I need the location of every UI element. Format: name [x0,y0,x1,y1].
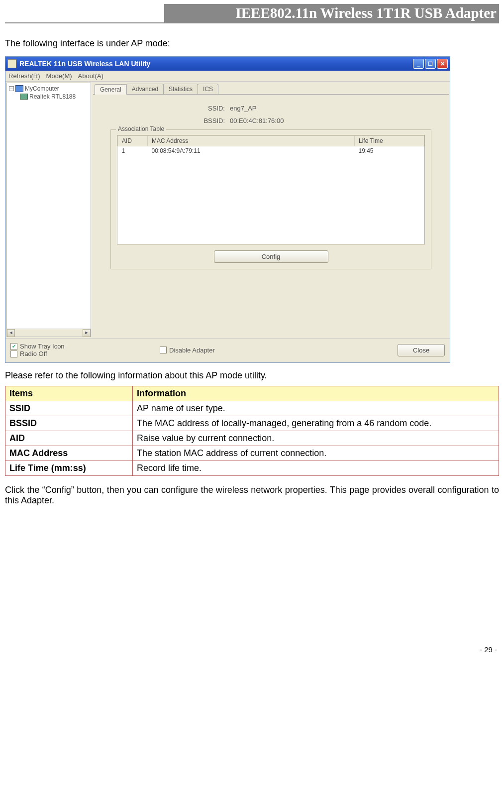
col-mac[interactable]: MAC Address [148,136,355,146]
menu-mode[interactable]: Mode(M) [46,72,72,80]
radio-off-label: Radio Off [20,350,47,357]
bssid-label: BSSID: [105,117,225,124]
tab-advanced[interactable]: Advanced [126,84,164,94]
tree-child[interactable]: Realtek RTL8188 [20,93,89,100]
table-row: BSSID The MAC address of locally-managed… [5,416,499,431]
info-item: Life Time (mm:ss) [5,461,133,476]
association-table: AID MAC Address Life Time 1 00:08:54:9A:… [117,135,425,244]
info-item: SSID [5,401,133,416]
disable-adapter-label: Disable Adapter [169,347,215,354]
close-window-button[interactable]: ✕ [437,59,448,69]
tab-statistics[interactable]: Statistics [163,84,198,94]
table-row: SSID AP name of user type. [5,401,499,416]
tab-general[interactable]: General [95,84,127,95]
menu-about[interactable]: About(A) [78,72,103,80]
col-life[interactable]: Life Time [355,136,424,146]
disable-adapter-checkbox[interactable]: Disable Adapter [160,347,393,354]
scroll-left-icon[interactable]: ◄ [7,329,15,337]
tree-collapse-icon[interactable]: – [9,86,14,91]
tree-child-label: Realtek RTL8188 [29,93,76,100]
info-item: MAC Address [5,446,133,461]
info-intro: Please refer to the following informatio… [5,370,499,381]
header-rule [5,22,499,23]
config-button[interactable]: Config [214,250,328,263]
checkbox-icon [10,350,17,357]
col-aid[interactable]: AID [118,136,148,146]
show-tray-label: Show Tray Icon [20,343,65,350]
checkbox-checked-icon: ✔ [10,343,17,350]
close-button[interactable]: Close [398,344,445,356]
tree-pane: – MyComputer Realtek RTL8188 ◄ ► [6,83,91,337]
show-tray-checkbox[interactable]: ✔ Show Tray Icon [10,343,155,350]
info-item: BSSID [5,416,133,431]
info-head-information: Information [133,386,499,401]
page-number: - 29 - [5,645,499,654]
info-desc: The MAC address of locally-managed, gene… [133,416,499,431]
table-row: MAC Address The station MAC address of c… [5,446,499,461]
table-row: AID Raise value by current connection. [5,431,499,446]
tab-bar: General Advanced Statistics ICS [93,84,449,95]
bottom-bar: ✔ Show Tray Icon Radio Off Disable Adapt… [5,338,450,362]
info-desc: The station MAC address of current conne… [133,446,499,461]
window-title: REALTEK 11n USB Wireless LAN Utility [19,60,150,68]
info-desc: AP name of user type. [133,401,499,416]
cell-mac: 00:08:54:9A:79:11 [148,146,355,156]
closing-text: Click the “Config” button, then you can … [5,485,499,506]
maximize-button[interactable]: ☐ [425,59,436,69]
app-icon [7,59,16,68]
tree-scrollbar: ◄ ► [7,329,91,337]
info-head-items: Items [5,386,133,401]
association-groupbox: Association Table AID MAC Address Life T… [110,129,431,269]
intro-text: The following interface is under AP mode… [5,38,499,49]
table-row[interactable]: 1 00:08:54:9A:79:11 19:45 [118,146,424,156]
minimize-button[interactable]: _ [413,59,424,69]
checkbox-icon [160,347,167,353]
computer-icon [15,85,23,92]
menu-refresh[interactable]: Refresh(R) [8,72,40,80]
adapter-icon [20,94,28,100]
screenshot-window: REALTEK 11n USB Wireless LAN Utility _ ☐… [5,56,450,363]
ssid-label: SSID: [105,105,225,112]
info-table: Items Information SSID AP name of user t… [5,386,499,476]
info-item: AID [5,431,133,446]
info-desc: Raise value by current connection. [133,431,499,446]
tree-root[interactable]: – MyComputer [9,85,89,92]
scroll-right-icon[interactable]: ► [83,329,91,337]
radio-off-checkbox[interactable]: Radio Off [10,350,155,357]
tree-root-label: MyComputer [25,85,59,92]
bssid-value: 00:E0:4C:81:76:00 [230,117,284,124]
page-header-banner: IEEE802.11n Wireless 1T1R USB Adapter [164,4,499,22]
tab-ics[interactable]: ICS [198,84,218,94]
window-titlebar: REALTEK 11n USB Wireless LAN Utility _ ☐… [5,57,450,71]
menubar: Refresh(R) Mode(M) About(A) [5,71,450,82]
table-row: Life Time (mm:ss) Record life time. [5,461,499,476]
main-pane: General Advanced Statistics ICS SSID: en… [93,83,449,337]
cell-life: 19:45 [355,146,424,156]
ssid-value: eng7_AP [230,105,257,112]
info-desc: Record life time. [133,461,499,476]
cell-aid: 1 [118,146,148,156]
association-title: Association Table [116,125,166,132]
